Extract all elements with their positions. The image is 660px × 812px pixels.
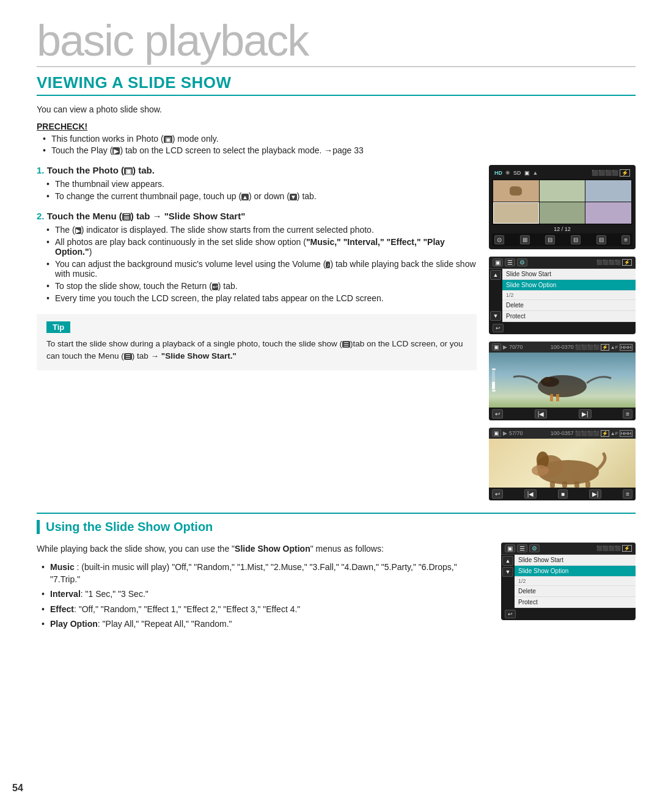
step-1-number: 1. <box>37 165 45 175</box>
menu-back-btn[interactable]: ↩ <box>493 324 504 332</box>
svg-rect-4 <box>556 394 559 401</box>
menu-down-arrow[interactable]: ▼ <box>490 311 501 321</box>
step-2-number: 2. <box>37 211 45 221</box>
option-effect: Effect: "Off," "Random," "Effect 1," "Ef… <box>42 604 489 616</box>
step-2: 2. Touch the Menu (☰) tab → "Slide Show … <box>37 211 477 303</box>
subsection-heading: Using the Slide Show Option <box>37 520 636 534</box>
step-2-bullet-4: To stop the slide show, touch the Return… <box>46 281 477 291</box>
menu2-slideshow-start[interactable]: Slide Show Start <box>515 555 636 566</box>
menu2-slideshow-option[interactable]: Slide Show Option <box>515 566 636 577</box>
precheck-item-2: Touch the Play (▶) tab on the LCD screen… <box>43 145 636 155</box>
options-list: Music : (built-in music will play) "Off,… <box>37 561 489 631</box>
playback-play-btn[interactable]: ▶| <box>579 409 592 419</box>
menu-item-protect[interactable]: Protect <box>502 311 636 322</box>
step-2-list: The (▶) indicator is displayed. The slid… <box>37 225 477 303</box>
image-column: HD ❋ SD ▣ ▲ ⬛⬛⬛⬛ ⚡ <box>489 165 636 500</box>
playback-menu-btn[interactable]: ≡ <box>623 409 632 419</box>
camera-ui-menu-2: ▣ ☰ ⚙ ⬛⬛⬛⬛ ⚡ ▲ ▼ <box>501 543 636 620</box>
menu2-down-arrow[interactable]: ▼ <box>502 567 513 577</box>
step-2-bullet-2: All photos are play back continuously in… <box>46 237 477 257</box>
section-heading: VIEWING A SLIDE SHOW <box>37 73 636 96</box>
svg-rect-10 <box>562 481 567 488</box>
step-1-title: 1. Touch the Photo (▣) tab. <box>37 165 477 175</box>
playback-prev-btn[interactable]: |◀ <box>535 409 548 419</box>
svg-rect-3 <box>550 394 553 401</box>
tip-label: Tip <box>46 321 70 333</box>
dog-playback-stop-btn[interactable]: ■ <box>558 489 568 499</box>
precheck-label: PRECHECK! <box>37 122 636 131</box>
dog-playback-prev-btn[interactable]: |◀ <box>524 489 537 499</box>
menu-item-delete[interactable]: Delete <box>502 300 636 311</box>
precheck-section: PRECHECK! This function works in Photo (… <box>37 122 636 155</box>
step-1: 1. Touch the Photo (▣) tab. The thumbnai… <box>37 165 477 201</box>
menu-up-arrow[interactable]: ▲ <box>490 270 501 280</box>
step-2-bullet-3: You can adjust the background music's vo… <box>46 259 477 279</box>
menu-item-slideshow-start[interactable]: Slide Show Start <box>502 269 636 280</box>
svg-rect-11 <box>574 481 579 488</box>
option-play: Play Option: "Play All," "Repeat All," "… <box>42 618 489 631</box>
step-1-bullet-1: The thumbnail view appears. <box>46 179 477 189</box>
camera-ui-playback-dog: ▣ ▶ 57/70 100-0357 ⬛⬛⬛⬛ ⚡ ▲F HHH <box>489 428 636 500</box>
bottom-section: Using the Slide Show Option While playin… <box>37 513 636 634</box>
intro-text: You can view a photo slide show. <box>37 104 636 114</box>
main-content: 1. Touch the Photo (▣) tab. The thumbnai… <box>37 165 636 500</box>
bottom-content: While playing back the slide show, you c… <box>37 543 636 634</box>
camera-ui-playback-bird: ▣ ▶ 70/70 100-0370 ⬛⬛⬛⬛ ⚡ ▲F HHH <box>489 342 636 420</box>
page-title: basic playback <box>37 18 636 67</box>
menu2-delete[interactable]: Delete <box>515 586 636 597</box>
menu2-protect[interactable]: Protect <box>515 597 636 608</box>
menu2-back-btn[interactable]: ↩ <box>505 610 516 618</box>
page-number: 54 <box>12 783 23 794</box>
camera-ui-thumbnail: HD ❋ SD ▣ ▲ ⬛⬛⬛⬛ ⚡ <box>489 165 636 249</box>
bottom-text: While playing back the slide show, you c… <box>37 543 489 634</box>
svg-point-8 <box>532 465 549 476</box>
menu2-up-arrow[interactable]: ▲ <box>502 556 513 566</box>
step-2-bullet-5: Every time you touch the LCD screen, the… <box>46 293 477 303</box>
dog-playback-back-btn[interactable]: ↩ <box>492 489 503 499</box>
bottom-intro: While playing back the slide show, you c… <box>37 543 489 555</box>
svg-point-2 <box>543 377 551 383</box>
step-1-list: The thumbnail view appears. To change th… <box>37 179 477 201</box>
step-2-bullet-1: The (▶) indicator is displayed. The slid… <box>46 225 477 235</box>
step-1-bullet-2: To change the current thumbnail page, to… <box>46 191 477 201</box>
playback-back-btn[interactable]: ↩ <box>492 409 503 419</box>
precheck-item-1: This function works in Photo (▣) mode on… <box>43 134 636 144</box>
step-2-title: 2. Touch the Menu (☰) tab → "Slide Show … <box>37 211 477 221</box>
bottom-image: ▣ ☰ ⚙ ⬛⬛⬛⬛ ⚡ ▲ ▼ <box>501 543 636 634</box>
text-column: 1. Touch the Photo (▣) tab. The thumbnai… <box>37 165 477 500</box>
dog-playback-next-btn[interactable]: ▶| <box>589 489 602 499</box>
svg-rect-9 <box>550 481 555 488</box>
option-music: Music : (built-in music will play) "Off,… <box>42 561 489 585</box>
camera-ui-menu-1: ▣ ☰ ⚙ ⬛⬛⬛⬛ ⚡ ▲ ▼ Slide Show Start Sli <box>489 257 636 334</box>
dog-playback-menu-btn[interactable]: ≡ <box>623 489 632 499</box>
tip-text: To start the slide show during a playbac… <box>46 338 467 363</box>
precheck-list: This function works in Photo (▣) mode on… <box>37 134 636 155</box>
menu-item-slideshow-option[interactable]: Slide Show Option <box>502 280 636 291</box>
tip-box: Tip To start the slide show during a pla… <box>37 314 477 370</box>
option-interval: Interval: "1 Sec," "3 Sec." <box>42 588 489 601</box>
svg-rect-12 <box>585 481 590 488</box>
